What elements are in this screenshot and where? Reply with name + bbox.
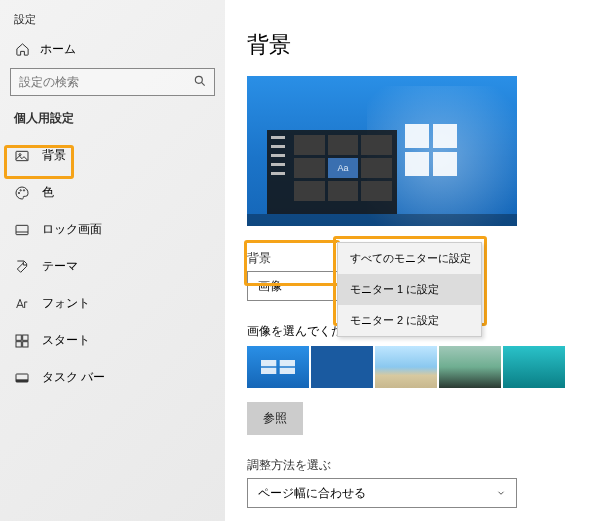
sidebar-item-label: ロック画面 <box>42 221 102 238</box>
context-menu-item-monitor-1[interactable]: モニター 1 に設定 <box>338 274 481 305</box>
home-label: ホーム <box>40 41 76 58</box>
svg-rect-7 <box>16 225 28 234</box>
wallpaper-thumb[interactable] <box>247 346 309 388</box>
sidebar-item-lockscreen[interactable]: ロック画面 <box>0 211 225 248</box>
theme-icon <box>14 259 30 275</box>
fit-dropdown[interactable]: ページ幅に合わせる <box>247 478 517 508</box>
svg-point-0 <box>195 76 202 83</box>
sidebar-item-fonts[interactable]: フォント <box>0 285 225 322</box>
window-title: 設定 <box>0 0 225 27</box>
sidebar: 設定 ホーム 個人用設定 背景 色 ロック画 <box>0 0 225 521</box>
sidebar-item-colors[interactable]: 色 <box>0 174 225 211</box>
windows-logo-icon <box>405 124 457 176</box>
context-menu-item-all-monitors[interactable]: すべてのモニターに設定 <box>338 243 481 274</box>
svg-rect-8 <box>16 335 21 340</box>
sidebar-item-start[interactable]: スタート <box>0 322 225 359</box>
context-menu-item-monitor-2[interactable]: モニター 2 に設定 <box>338 305 481 336</box>
wallpaper-thumb[interactable] <box>503 346 565 388</box>
svg-point-5 <box>20 189 21 190</box>
lockscreen-icon <box>14 222 30 238</box>
wallpaper-thumb[interactable] <box>311 346 373 388</box>
sidebar-nav: 背景 色 ロック画面 テーマ フォント スタート <box>0 137 225 396</box>
sidebar-section-title: 個人用設定 <box>0 110 225 137</box>
settings-window: 設定 ホーム 個人用設定 背景 色 ロック画 <box>0 0 600 521</box>
preview-sample-text: Aa <box>328 158 359 178</box>
fit-label: 調整方法を選ぶ <box>247 457 578 474</box>
sidebar-item-label: タスク バー <box>42 369 105 386</box>
dropdown-value: 画像 <box>258 278 282 295</box>
palette-icon <box>14 185 30 201</box>
svg-rect-9 <box>23 335 28 340</box>
picture-icon <box>14 148 30 164</box>
search-input[interactable] <box>10 68 215 96</box>
preview-start-panel: Aa <box>267 130 397 214</box>
desktop-preview: Aa <box>247 76 517 226</box>
sidebar-item-label: 色 <box>42 184 54 201</box>
picture-thumbnails <box>247 346 578 388</box>
search-box[interactable] <box>10 68 215 96</box>
chevron-down-icon <box>496 488 506 498</box>
svg-rect-11 <box>23 341 28 346</box>
context-menu: すべてのモニターに設定 モニター 1 に設定 モニター 2 に設定 <box>337 242 482 337</box>
svg-line-1 <box>201 82 204 85</box>
sidebar-item-label: スタート <box>42 332 90 349</box>
dropdown-value: ページ幅に合わせる <box>258 485 366 502</box>
sidebar-item-themes[interactable]: テーマ <box>0 248 225 285</box>
wallpaper-thumb[interactable] <box>439 346 501 388</box>
svg-point-6 <box>23 189 24 190</box>
home-icon <box>14 42 30 58</box>
search-icon <box>193 74 207 88</box>
sidebar-item-taskbar[interactable]: タスク バー <box>0 359 225 396</box>
svg-rect-10 <box>16 341 21 346</box>
browse-button[interactable]: 参照 <box>247 402 303 435</box>
sidebar-item-label: 背景 <box>42 147 66 164</box>
svg-point-4 <box>18 192 19 193</box>
home-button[interactable]: ホーム <box>0 27 225 68</box>
taskbar-icon <box>14 370 30 386</box>
page-title: 背景 <box>247 30 578 60</box>
start-icon <box>14 333 30 349</box>
main-content: 背景 Aa 背景 画像 すべてのモニターに設定 モニター <box>225 0 600 521</box>
sidebar-item-background[interactable]: 背景 <box>0 137 225 174</box>
wallpaper-thumb[interactable] <box>375 346 437 388</box>
sidebar-item-label: テーマ <box>42 258 78 275</box>
font-icon <box>14 296 30 312</box>
svg-rect-13 <box>16 379 28 382</box>
sidebar-item-label: フォント <box>42 295 90 312</box>
